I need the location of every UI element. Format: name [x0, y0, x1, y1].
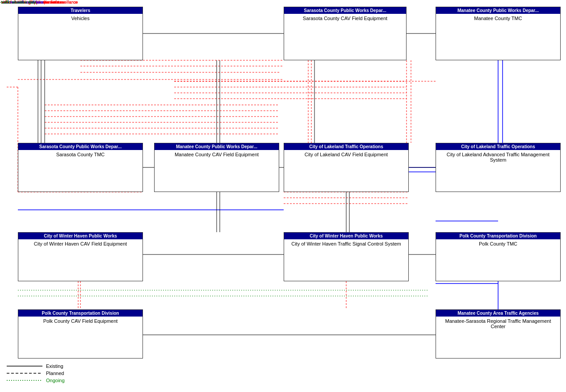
label-traffic-monitoring-6: ·traffic monitoring application info	[0, 0, 59, 4]
manatee-rtmc-body: Manatee-Sarasota Regional Traffic Manage…	[436, 317, 560, 343]
manatee-tmc-body: Manatee County TMC	[436, 14, 560, 41]
legend: Existing Planned Ongoing	[7, 363, 65, 383]
lakeland-cav-header: City of Lakeland Traffic Operations	[284, 143, 408, 150]
lakeland-cav-body: City of Lakeland CAV Field Equipment	[284, 150, 408, 177]
lakeland-atms-header: City of Lakeland Traffic Operations	[436, 143, 560, 150]
label-road-network-1: ·road network conditions	[0, 0, 44, 4]
manatee-rtmc-node: Manatee County Area Traffic Agencies Man…	[436, 309, 561, 359]
polk-tmc-node: Polk County Transportation Division Polk…	[436, 232, 561, 281]
label-traffic-monitoring-3: ·traffic monitoring application status	[0, 0, 63, 4]
diagram-container: ·vehicle location and motion for surveil…	[0, 0, 566, 366]
ongoing-label: Ongoing	[46, 378, 65, 383]
label-traffic-monitoring-2: ·traffic monitoring application info	[0, 0, 59, 4]
label-road-network-2: ·road network conditions	[0, 0, 44, 4]
sarasota-tmc-node: Sarasota County Public Works Depar... Sa…	[18, 143, 143, 192]
winterhaven-cav-node: City of Winter Haven Public Works City o…	[18, 232, 143, 281]
legend-existing: Existing	[7, 363, 65, 369]
label-traffic-situation-2: ·traffic situation data	[0, 0, 36, 4]
travelers-body: Vehicles	[18, 14, 143, 41]
label-situation-data-2: ·situation data collection parameters	[0, 0, 64, 4]
legend-ongoing: Ongoing	[7, 378, 65, 383]
winterhaven-tsc-body: City of Winter Haven Traffic Signal Cont…	[284, 239, 408, 266]
polk-tmc-body: Polk County TMC	[436, 239, 560, 266]
lakeland-cav-node: City of Lakeland Traffic Operations City…	[284, 143, 409, 192]
travelers-header: Travelers	[18, 7, 143, 14]
lakeland-atms-node: City of Lakeland Traffic Operations City…	[436, 143, 561, 192]
sarasota-tmc-header: Sarasota County Public Works Depar...	[18, 143, 143, 150]
sarasota-cav-node: Sarasota County Public Works Depar... Sa…	[284, 7, 407, 60]
manatee-cav-body: Manatee County CAV Field Equipment	[155, 150, 279, 177]
sarasota-cav-body: Sarasota County CAV Field Equipment	[284, 14, 406, 41]
label-vehicle-location-3: ·vehicle location and motion for surveil…	[0, 0, 78, 4]
label-traffic-monitoring-1: ·traffic monitoring application status	[0, 0, 63, 4]
label-situation-data-1: ·situation data collection parameters	[0, 0, 64, 4]
travelers-vehicles-node: Travelers Vehicles	[18, 7, 143, 60]
label-traffic-monitoring-5: ·traffic monitoring application status	[0, 0, 63, 4]
label-traffic-situation-4: ·traffic situation data	[0, 0, 36, 4]
existing-line-symbol	[7, 363, 42, 369]
winterhaven-cav-header: City of Winter Haven Public Works	[18, 233, 143, 239]
label-vehicle-location-2: ·vehicle location and motion for surveil…	[0, 0, 78, 4]
existing-label: Existing	[46, 363, 63, 369]
manatee-tmc-node: Manatee County Public Works Depar... Man…	[436, 7, 561, 60]
label-vehicle-location-4: ·vehicle location and motion for surveil…	[0, 0, 78, 4]
label-vehicle-location-1: ·vehicle location and motion for surveil…	[0, 0, 78, 4]
manatee-rtmc-header: Manatee County Area Traffic Agencies	[436, 310, 560, 317]
ongoing-line-symbol	[7, 378, 42, 383]
polk-tmc-header: Polk County Transportation Division	[436, 233, 560, 239]
polk-cav-node: Polk County Transportation Division Polk…	[18, 309, 143, 359]
label-road-network-3: ·road network conditions	[0, 0, 44, 4]
label-traffic-situation-1: ·traffic situation data	[0, 0, 36, 4]
manatee-cav-header: Manatee County Public Works Depar...	[155, 143, 279, 150]
sarasota-cav-header: Sarasota County Public Works Depar...	[284, 7, 406, 14]
winterhaven-tsc-node: City of Winter Haven Public Works City o…	[284, 232, 409, 281]
planned-label: Planned	[46, 371, 64, 376]
lakeland-atms-body: City of Lakeland Advanced Traffic Manage…	[436, 150, 560, 177]
winterhaven-cav-body: City of Winter Haven CAV Field Equipment	[18, 239, 143, 266]
planned-line-symbol	[7, 371, 42, 376]
label-vehicle-location-5: ·vehicle location and motion for surveil…	[0, 0, 78, 4]
sarasota-tmc-body: Sarasota County TMC	[18, 150, 143, 177]
label-traffic-monitoring-4: ·traffic monitoring application info	[0, 0, 59, 4]
winterhaven-tsc-header: City of Winter Haven Public Works	[284, 233, 408, 239]
polk-cav-body: Polk County CAV Field Equipment	[18, 317, 143, 343]
label-traffic-situation-5: ·traffic situation data	[0, 0, 36, 4]
label-vehicle-situation-1: ·vehicle situation data	[0, 0, 39, 4]
manatee-cav-node: Manatee County Public Works Depar... Man…	[154, 143, 279, 192]
label-traffic-situation-3: ·traffic situation data	[0, 0, 36, 4]
legend-planned: Planned	[7, 371, 65, 376]
polk-cav-header: Polk County Transportation Division	[18, 310, 143, 317]
manatee-tmc-header: Manatee County Public Works Depar...	[436, 7, 560, 14]
